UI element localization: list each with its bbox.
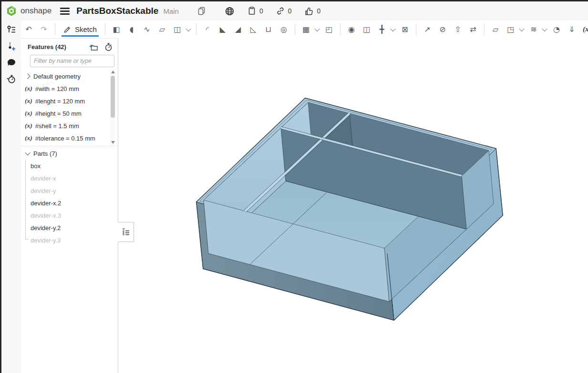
onshape-app: onshape PartsBoxStackable Main 0 (0, 0, 588, 373)
part-row[interactable]: devider-y.3 (21, 234, 118, 246)
onshape-logo-text: onshape (21, 6, 52, 16)
part-row[interactable]: devider-x.3 (21, 209, 118, 222)
panel-rollup-handle[interactable] (118, 222, 134, 242)
part-name-label: box (31, 162, 41, 170)
hole-icon[interactable]: ◎ (277, 22, 291, 37)
sketch-button[interactable]: Sketch (59, 22, 102, 37)
document-title[interactable]: PartsBoxStackable (76, 6, 158, 16)
comment-bubble-icon (6, 58, 17, 68)
copy-pages-icon (197, 6, 206, 16)
variable-icon: (x) (25, 134, 32, 142)
scroll-down-arrow[interactable] (111, 141, 115, 144)
history-stopwatch-icon (6, 74, 17, 84)
feature-row-variable[interactable]: (x)#lenght = 120 mm (21, 95, 110, 107)
transform-icon[interactable]: ╋ (375, 22, 389, 37)
feature-row-variable[interactable]: (x)#height = 50 mm (21, 107, 110, 120)
feature-row-variable[interactable]: (x)#tolerance = 0.15 mm (21, 132, 110, 144)
dropdown-caret-icon[interactable] (518, 22, 525, 37)
chamfer-icon[interactable]: ◣ (216, 22, 230, 37)
rib-icon[interactable]: ◺ (246, 22, 260, 37)
part-row[interactable]: devider-y (21, 184, 118, 197)
toolbar-separator (416, 24, 416, 35)
create-folder-button[interactable] (89, 43, 98, 51)
links-counter[interactable]: 0 (276, 6, 292, 16)
feature-label: #with = 120 mm (35, 85, 79, 92)
offset-surface-icon[interactable]: ⇧ (451, 22, 465, 37)
draft-icon[interactable]: ◢ (231, 22, 245, 37)
copy-workspace-button[interactable] (197, 6, 206, 16)
part-name-label: devider-y (31, 187, 56, 194)
feature-list-scrollbar[interactable] (110, 69, 115, 145)
dropdown-caret-icon[interactable] (390, 22, 396, 37)
filter-row (21, 54, 118, 70)
feature-list-toggle-button[interactable] (1, 21, 21, 38)
likes-counter[interactable]: 0 (304, 6, 321, 16)
copies-counter[interactable]: 0 (247, 6, 263, 16)
split-icon[interactable]: ◫ (360, 22, 374, 37)
sketch-active-underline (62, 35, 99, 37)
variable-icon[interactable]: (x) (580, 22, 588, 37)
extrude-icon[interactable]: ◧ (109, 22, 124, 37)
sweep-icon[interactable]: ∿ (140, 22, 154, 37)
thicken-icon[interactable]: ◫ (170, 22, 185, 37)
branch-name[interactable]: Main (163, 7, 179, 15)
sketch-label: Sketch (75, 25, 97, 33)
fillet-icon[interactable]: ◜ (200, 22, 215, 37)
history-button[interactable] (1, 71, 21, 87)
feature-row-variable[interactable]: (x)#with = 120 mm (21, 82, 110, 95)
scroll-up-arrow[interactable] (111, 71, 115, 73)
redo-icon[interactable]: ↷ (37, 22, 51, 37)
part-name-label: devider-y.2 (31, 224, 61, 232)
extrude-surface-icon[interactable]: ◳ (504, 22, 518, 37)
globe-icon (225, 6, 235, 16)
feature-row-variable[interactable]: (x)#shell = 1.5 mm (21, 120, 110, 132)
feature-label: Default geometry (33, 73, 81, 80)
revolve-icon[interactable]: ◖ (124, 22, 139, 37)
feature-filter-input[interactable] (30, 55, 114, 67)
features-panel-header: Features (42) (21, 39, 118, 54)
part-row[interactable]: devider-x.2 (21, 197, 118, 209)
plane-icon[interactable]: ▱ (488, 22, 503, 37)
clipboard-icon (247, 6, 257, 16)
move-face-icon[interactable]: ↗ (420, 22, 434, 37)
rollback-bar-button[interactable] (104, 42, 113, 51)
feature-row-folder[interactable]: Default geometry (21, 70, 110, 82)
share-status-button[interactable] (225, 6, 235, 16)
comments-button[interactable] (1, 55, 21, 71)
thumbs-up-icon (304, 6, 314, 16)
project-curve-icon[interactable]: ◔ (549, 22, 564, 37)
mirror-icon[interactable]: ◰ (322, 22, 336, 37)
delete-part-icon[interactable]: ⊠ (398, 22, 412, 37)
delete-face-icon[interactable]: ⊘ (435, 22, 450, 37)
replace-face-icon[interactable]: ⇄ (466, 22, 480, 37)
import-export-icon[interactable]: ⇓ (565, 22, 579, 37)
shell-icon[interactable]: ⊔ (261, 22, 276, 37)
main-menu-button[interactable] (60, 6, 70, 16)
model-viewport[interactable] (118, 38, 588, 373)
parts-box-model[interactable] (118, 38, 588, 373)
part-row[interactable]: devider-y.2 (21, 222, 118, 234)
create-version-icon (6, 41, 17, 52)
tree-guide-line (25, 160, 26, 240)
pencil-icon (63, 25, 72, 33)
links-count: 0 (288, 7, 292, 15)
dropdown-caret-icon[interactable] (314, 22, 320, 37)
chevron-down-icon (25, 150, 30, 155)
dropdown-caret-icon[interactable] (541, 22, 548, 37)
part-name-label: devider-x.2 (31, 200, 61, 207)
scrollbar-thumb[interactable] (111, 76, 115, 118)
part-name-label: devider-y.3 (31, 237, 61, 244)
onshape-logo[interactable]: onshape (6, 5, 52, 17)
undo-icon[interactable]: ↶ (21, 22, 36, 37)
create-version-button[interactable] (1, 39, 21, 55)
parts-section-header[interactable]: Parts (7) (21, 147, 118, 160)
composite-curve-icon[interactable]: ≋ (526, 22, 541, 37)
dropdown-caret-icon[interactable] (185, 22, 192, 37)
loft-icon[interactable]: ▱ (155, 22, 169, 37)
linear-pattern-icon[interactable]: ▦ (299, 22, 313, 37)
part-row[interactable]: box (21, 160, 118, 172)
boolean-icon[interactable]: ◉ (344, 22, 359, 37)
part-row[interactable]: devider-x (21, 172, 118, 184)
variable-icon: (x) (25, 85, 32, 92)
left-rail (1, 20, 21, 373)
